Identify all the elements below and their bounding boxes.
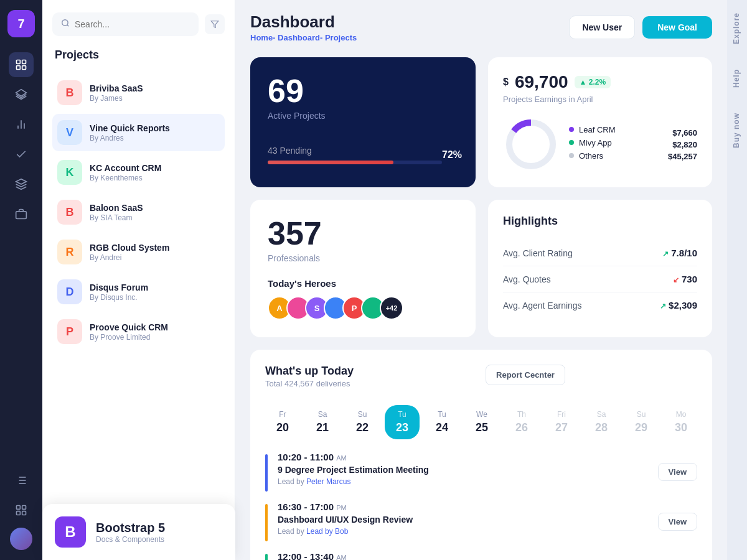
help-tab[interactable]: Help: [727, 57, 747, 100]
event-time: 10:20 - 11:00 AM: [278, 452, 648, 462]
earnings-legend: Leaf CRMMivy AppOthers: [569, 125, 658, 164]
project-info: Briviba SaaS By James: [90, 83, 220, 103]
event-info: 16:30 - 17:00 PM Dashboard UI/UX Design …: [278, 502, 648, 536]
event-lead: Lead by Peter Marcus: [278, 477, 648, 486]
project-name: Briviba SaaS: [90, 83, 220, 93]
report-center-button[interactable]: Report Cecnter: [486, 365, 565, 385]
list-item[interactable]: D Disqus Forum By Disqus Inc.: [52, 273, 225, 310]
project-logo: V: [57, 120, 82, 145]
calendar-day[interactable]: Fri 27: [544, 405, 579, 439]
projects-panel: Projects B Briviba SaaS By James V Vine …: [42, 0, 235, 560]
event-bar: [265, 554, 268, 560]
calendar-day[interactable]: Th 26: [504, 405, 539, 439]
project-by: By Disqus Inc.: [90, 293, 220, 302]
sidebar-icon-grid[interactable]: [9, 52, 34, 77]
svg-rect-3: [22, 66, 26, 70]
list-item[interactable]: K KC Account CRM By Keenthemes: [52, 154, 225, 191]
trend-up-icon: ↗: [660, 302, 666, 310]
svg-point-19: [62, 20, 68, 26]
active-projects-count: 69: [268, 75, 458, 107]
earnings-card: $ 69,700 ▲ 2.2% Projects Earnings in Apr…: [488, 57, 712, 187]
legend-amount: $45,257: [668, 152, 697, 161]
list-item[interactable]: P Proove Quick CRM By Proove Limited: [52, 313, 225, 350]
calendar-day[interactable]: Sa 21: [305, 405, 340, 439]
calendar-day[interactable]: Fr 20: [265, 405, 300, 439]
list-item[interactable]: R RGB Cloud System By Andrei: [52, 233, 225, 271]
earnings-values: $7,660$2,820$45,257: [668, 128, 697, 161]
explore-tab[interactable]: Explore: [727, 0, 747, 57]
sidebar-icon-check[interactable]: [9, 142, 34, 167]
day-name: Su: [352, 410, 372, 419]
sidebar-icon-grid2[interactable]: [9, 498, 34, 523]
breadcrumb-dashboard: Dashboard-: [278, 33, 322, 42]
day-number: 30: [671, 421, 691, 434]
list-item[interactable]: B Baloon SaaS By SIA Team: [52, 194, 225, 231]
project-by: By Andres: [90, 134, 220, 142]
day-name: We: [472, 410, 492, 419]
calendar-day[interactable]: Tu 24: [425, 405, 459, 439]
event-lead-link[interactable]: Peter Marcus: [306, 477, 350, 486]
calendar-day[interactable]: Su 22: [345, 405, 380, 439]
day-number: 28: [591, 421, 611, 434]
sidebar-icon-briefcase[interactable]: [9, 202, 34, 226]
new-user-button[interactable]: New User: [569, 16, 635, 39]
table-row: Avg. Client Rating ↗7.8/10: [503, 240, 697, 266]
trend-up-icon: ↗: [662, 250, 669, 258]
avatar: +42: [380, 296, 403, 320]
day-number: 29: [631, 421, 651, 434]
svg-marker-21: [211, 21, 218, 28]
project-name: Proove Quick CRM: [90, 322, 220, 332]
project-info: Disqus Forum By Disqus Inc.: [90, 282, 220, 302]
heroes-label: Today's Heroes: [268, 278, 458, 289]
calendar-day[interactable]: Sa 28: [584, 405, 619, 439]
project-logo: B: [57, 200, 82, 225]
heroes-avatars: ASP+42: [268, 296, 458, 320]
search-input[interactable]: [75, 19, 190, 29]
list-item[interactable]: V Vine Quick Reports By Andres: [52, 114, 225, 151]
bootstrap-sub: Docs & Components: [96, 535, 165, 544]
project-name: Baloon SaaS: [90, 203, 220, 213]
highlights-card: Highlights Avg. Client Rating ↗7.8/10 Av…: [488, 200, 712, 337]
buy-now-tab[interactable]: Buy now: [727, 100, 747, 161]
user-avatar[interactable]: [10, 528, 32, 550]
schedule-sub: Total 424,567 deliveries: [265, 379, 354, 388]
calendar-day[interactable]: Mo 30: [664, 405, 697, 439]
svg-rect-8: [16, 212, 27, 219]
legend-name: Leaf CRM: [579, 125, 616, 134]
event-lead: Lead by Lead by Bob: [278, 527, 648, 536]
legend-amount: $7,660: [672, 128, 697, 138]
event-time: 16:30 - 17:00 PM: [278, 502, 648, 512]
svg-rect-16: [22, 506, 26, 510]
day-number: 22: [352, 421, 372, 434]
highlights-title: Highlights: [503, 215, 697, 228]
sidebar-icon-chart[interactable]: [9, 112, 34, 137]
project-name: Vine Quick Reports: [90, 123, 220, 133]
user-number-badge[interactable]: 7: [7, 10, 35, 37]
breadcrumb: Home- Dashboard- Projects: [250, 33, 357, 42]
calendar-day[interactable]: We 25: [464, 405, 499, 439]
event-lead-link[interactable]: Lead by Bob: [306, 527, 348, 536]
project-info: Vine Quick Reports By Andres: [90, 123, 220, 142]
new-goal-button[interactable]: New Goal: [642, 16, 712, 39]
event-name: Dashboard UI/UX Design Review: [278, 515, 648, 525]
view-button[interactable]: View: [658, 463, 697, 481]
view-button[interactable]: View: [658, 513, 697, 531]
highlight-name: Avg. Agent Earnings: [503, 301, 582, 310]
highlight-value: ↙730: [673, 274, 697, 284]
sidebar-icon-list[interactable]: [9, 468, 34, 493]
event-bar: [265, 504, 268, 541]
project-info: KC Account CRM By Keenthemes: [90, 163, 220, 182]
calendar-day[interactable]: Su 29: [624, 405, 659, 439]
project-info: RGB Cloud System By Andrei: [90, 243, 220, 262]
day-name: Fri: [552, 410, 571, 419]
day-name: Fr: [273, 410, 293, 419]
svg-line-20: [67, 25, 69, 27]
highlight-name: Avg. Quotes: [503, 274, 551, 284]
sidebar-icon-layers[interactable]: [9, 82, 34, 107]
filter-button[interactable]: [205, 14, 225, 34]
calendar-day[interactable]: Tu 23: [385, 405, 420, 439]
sidebar-icon-stack[interactable]: [9, 172, 34, 197]
list-item[interactable]: B Briviba SaaS By James: [52, 74, 225, 111]
progress-percent: 72%: [442, 149, 462, 161]
earnings-label: Projects Earnings in April: [503, 95, 697, 104]
